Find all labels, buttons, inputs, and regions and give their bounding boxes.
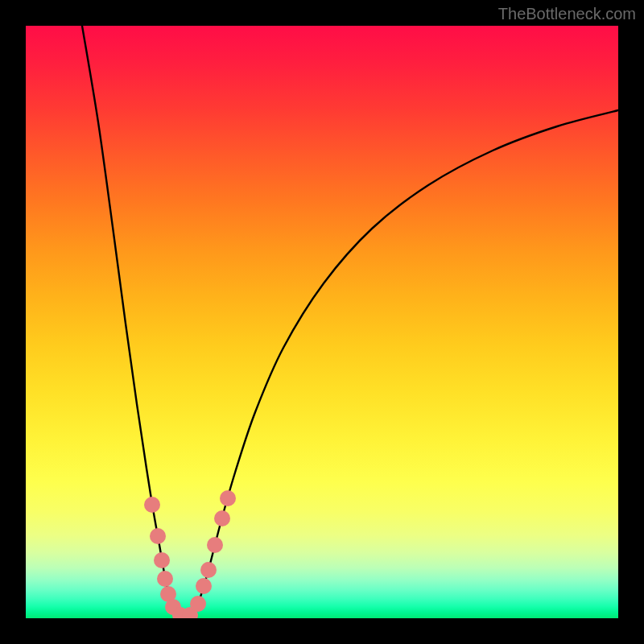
marker-dot	[157, 571, 173, 587]
marker-dot	[196, 578, 212, 594]
marker-dot	[144, 497, 160, 513]
marker-dot	[207, 537, 223, 553]
attribution-text: TheBottleneck.com	[498, 5, 636, 23]
marker-dot	[214, 510, 230, 526]
markers-group	[144, 490, 236, 618]
marker-dot	[190, 596, 206, 612]
curves-svg	[26, 26, 618, 618]
right-branch-curve	[191, 110, 618, 616]
left-branch-curve	[82, 26, 179, 616]
marker-dot	[154, 552, 170, 568]
marker-dot	[220, 490, 236, 506]
outer-frame: TheBottleneck.com	[0, 0, 644, 644]
plot-area	[26, 26, 618, 618]
marker-dot	[200, 562, 217, 578]
marker-dot	[150, 528, 166, 544]
